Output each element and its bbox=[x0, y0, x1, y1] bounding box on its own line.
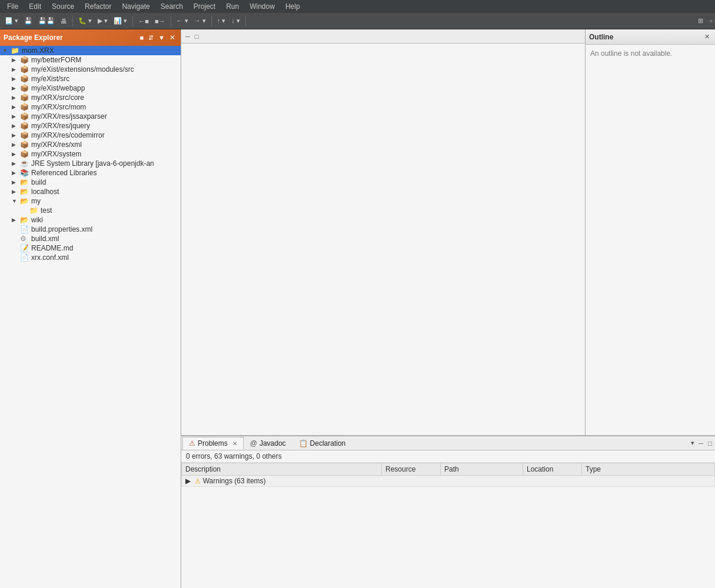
expand-arrow-icon[interactable]: ▶ bbox=[185, 477, 191, 485]
folder-pkg-icon: 📦 bbox=[20, 141, 29, 149]
folder-pkg-icon: 📦 bbox=[20, 122, 29, 130]
new-button[interactable]: 📃 ▾ bbox=[2, 16, 21, 26]
col-type: Type bbox=[582, 463, 715, 476]
tree-item-xrx-conf[interactable]: ▶ 📄 xrx.conf.xml bbox=[0, 253, 181, 262]
group-row-cell[interactable]: ▶ ⚠ Warnings (63 items) bbox=[182, 476, 715, 487]
menu-navigate[interactable]: Navigate bbox=[117, 1, 154, 12]
tree-item-wiki[interactable]: ▶ 📂 wiki bbox=[0, 215, 181, 225]
down-button[interactable]: ↓ ▾ bbox=[229, 16, 242, 26]
folder-pkg-icon: 📦 bbox=[20, 75, 29, 83]
maximize-bottom-button[interactable]: □ bbox=[706, 439, 714, 447]
tree-item-xrx-system[interactable]: ▶ 📦 my/XRX/system bbox=[0, 149, 181, 159]
maximize-editor-button[interactable]: □ bbox=[193, 32, 201, 41]
outline-header: Outline ✕ bbox=[586, 29, 715, 45]
package-explorer-panel: Package Explorer ■ ⇵ ▼ ✕ ▼ 📁 mom.XRX ▶ 📦… bbox=[0, 29, 181, 588]
folder-icon: 📂 bbox=[20, 188, 29, 196]
close-outline-button[interactable]: ✕ bbox=[703, 32, 711, 41]
arrow-icon: ▶ bbox=[12, 123, 20, 129]
tree-item-exist-modules[interactable]: ▶ 📦 my/eXist/extensions/modules/src bbox=[0, 65, 181, 74]
bottom-tab-bar: ⚠ Problems ✕ @ Javadoc 📋 Declaration ▾ ─ bbox=[181, 436, 715, 450]
arrow-icon: ▶ bbox=[12, 113, 20, 119]
tree-item-xrx-mom[interactable]: ▶ 📦 my/XRX/src/mom bbox=[0, 102, 181, 112]
minimize-editor-button[interactable]: ─ bbox=[184, 32, 192, 41]
save-button[interactable]: 💾 bbox=[22, 16, 35, 26]
toolbar-overflow[interactable]: » bbox=[709, 18, 713, 24]
package-explorer-title: Package Explorer bbox=[4, 34, 138, 42]
prev-edit-button[interactable]: ←■ bbox=[136, 16, 151, 26]
maximize-button[interactable]: ⊞ bbox=[696, 16, 706, 26]
item-label: my/XRX/src/mom bbox=[31, 103, 86, 111]
menu-refactor[interactable]: Refactor bbox=[80, 1, 116, 12]
tab-declaration[interactable]: 📋 Declaration bbox=[292, 437, 352, 450]
folder-pkg-icon: 📦 bbox=[20, 131, 29, 139]
item-label: localhost bbox=[31, 188, 59, 196]
arrow-icon: ▶ bbox=[12, 189, 20, 195]
table-row[interactable]: ▶ ⚠ Warnings (63 items) bbox=[182, 476, 715, 487]
tab-problems[interactable]: ⚠ Problems ✕ bbox=[182, 437, 244, 450]
menu-source[interactable]: Source bbox=[47, 1, 79, 12]
next-edit-button[interactable]: ■→ bbox=[152, 16, 168, 26]
folder-pkg-icon: 📦 bbox=[20, 84, 29, 92]
menu-window[interactable]: Window bbox=[245, 1, 280, 12]
item-label: build.xml bbox=[31, 235, 59, 243]
menu-help[interactable]: Help bbox=[281, 1, 305, 12]
tree-item-jre[interactable]: ▶ ☕ JRE System Library [java-6-openjdk-a… bbox=[0, 159, 181, 168]
tree-item-localhost[interactable]: ▶ 📂 localhost bbox=[0, 187, 181, 196]
menu-search[interactable]: Search bbox=[156, 1, 188, 12]
up-button[interactable]: ↑ ▾ bbox=[215, 16, 228, 26]
problems-tab-label: Problems bbox=[198, 439, 228, 447]
item-label: my/XRX/res/xml bbox=[31, 141, 82, 149]
print-button[interactable]: 🖶 bbox=[58, 16, 69, 26]
item-label: build.properties.xml bbox=[31, 225, 92, 233]
forward-button[interactable]: → ▾ bbox=[192, 16, 208, 26]
link-editor-button[interactable]: ⇵ bbox=[147, 33, 155, 42]
arrow-icon: ▶ bbox=[12, 85, 20, 91]
tree-item-exist-webapp[interactable]: ▶ 📦 my/eXist/webapp bbox=[0, 83, 181, 93]
item-label: my/XRX/system bbox=[31, 150, 81, 158]
editor-area: ─ □ bbox=[181, 29, 586, 435]
declaration-tab-icon: 📋 bbox=[299, 439, 308, 447]
package-tree: ▼ 📁 mom.XRX ▶ 📦 my/betterFORM ▶ 📦 my/eXi… bbox=[0, 46, 181, 588]
close-panel-button[interactable]: ✕ bbox=[168, 33, 177, 42]
collapse-all-button[interactable]: ■ bbox=[138, 33, 145, 42]
tree-item-xrx-codemirror[interactable]: ▶ 📦 my/XRX/res/codemirror bbox=[0, 131, 181, 140]
tab-javadoc[interactable]: @ Javadoc bbox=[244, 437, 292, 450]
item-label: JRE System Library [java-6-openjdk-an bbox=[31, 159, 154, 168]
view-menu-button[interactable]: ▼ bbox=[157, 33, 167, 42]
tree-item-build-xml[interactable]: ▶ ⚙ build.xml bbox=[0, 234, 181, 243]
tree-item-readme[interactable]: ▶ 📝 README.md bbox=[0, 243, 181, 253]
tree-item-xrx-xml[interactable]: ▶ 📦 my/XRX/res/xml bbox=[0, 140, 181, 149]
col-path: Path bbox=[441, 463, 523, 476]
arrow-icon: ▼ bbox=[12, 198, 20, 204]
tree-item-my[interactable]: ▼ 📂 my bbox=[0, 196, 181, 206]
menu-file[interactable]: File bbox=[2, 1, 23, 12]
tree-item-ref-libs[interactable]: ▶ 📚 Referenced Libraries bbox=[0, 168, 181, 178]
tree-item-xrx-jquery[interactable]: ▶ 📦 my/XRX/res/jquery bbox=[0, 121, 181, 131]
coverage-button[interactable]: 📊 ▾ bbox=[111, 16, 129, 26]
run-button[interactable]: ▶ ▾ bbox=[95, 16, 110, 26]
debug-button[interactable]: 🐛 ▾ bbox=[76, 16, 94, 26]
minimize-bottom-button[interactable]: ─ bbox=[697, 439, 706, 447]
tree-item-xrx-core[interactable]: ▶ 📦 my/XRX/src/core bbox=[0, 93, 181, 102]
menu-run[interactable]: Run bbox=[221, 1, 244, 12]
problems-content: 0 errors, 63 warnings, 0 others Descript… bbox=[181, 450, 715, 588]
tree-item-build[interactable]: ▶ 📂 build bbox=[0, 178, 181, 187]
back-button[interactable]: ← ▾ bbox=[174, 16, 191, 26]
save-all-button[interactable]: 💾💾 bbox=[36, 16, 57, 26]
tree-item-betterFORM[interactable]: ▶ 📦 my/betterFORM bbox=[0, 55, 181, 65]
tree-root-item[interactable]: ▼ 📁 mom.XRX bbox=[0, 46, 181, 55]
folder-pkg-icon: 📦 bbox=[20, 103, 29, 111]
tree-item-test[interactable]: ▶ 📁 test bbox=[0, 206, 181, 215]
tree-item-exist-src[interactable]: ▶ 📦 my/eXist/src bbox=[0, 74, 181, 83]
menu-project[interactable]: Project bbox=[189, 1, 220, 12]
outline-message: An outline is not available. bbox=[590, 49, 672, 58]
tree-item-xrx-jssax[interactable]: ▶ 📦 my/XRX/res/jssaxparser bbox=[0, 112, 181, 121]
view-menu-bottom-button[interactable]: ▾ bbox=[689, 439, 696, 447]
item-label: my/XRX/src/core bbox=[31, 93, 84, 102]
item-label: my/eXist/webapp bbox=[31, 84, 85, 92]
folder-pkg-icon: 📦 bbox=[20, 65, 29, 74]
tab-close-icon[interactable]: ✕ bbox=[232, 440, 237, 447]
menu-edit[interactable]: Edit bbox=[24, 1, 46, 12]
tree-item-build-props[interactable]: ▶ 📄 build.properties.xml bbox=[0, 225, 181, 234]
folder-icon: 📂 bbox=[20, 178, 29, 186]
